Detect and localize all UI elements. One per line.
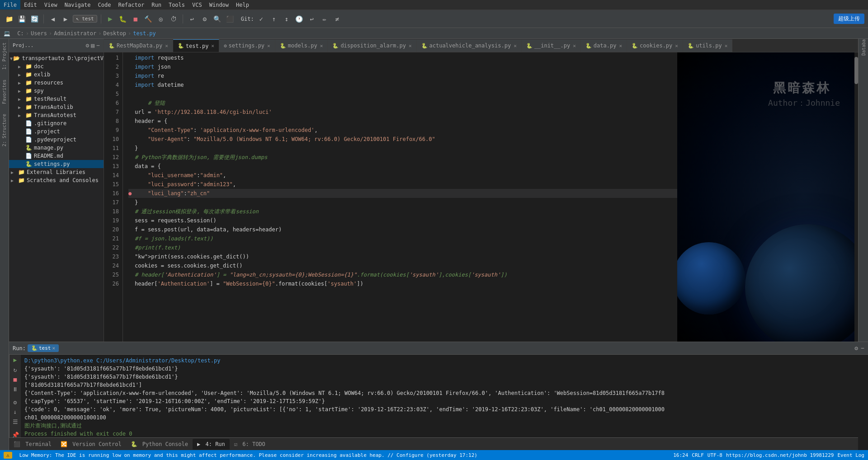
bottom-tab[interactable]: 🔀 Version Control: [56, 439, 126, 450]
project-icon[interactable]: 1: Project: [2, 42, 7, 70]
tab-close-btn[interactable]: ✕: [619, 43, 622, 49]
tree-item[interactable]: ▶📁doc: [9, 62, 104, 70]
settings-panel-icon[interactable]: ⚙: [854, 345, 858, 352]
git-push-btn[interactable]: ↑: [269, 14, 279, 24]
scrollbar-thumb[interactable]: [854, 57, 858, 84]
bottom-tab[interactable]: 🐍 Python Console: [126, 439, 193, 450]
forward-btn[interactable]: ▶: [60, 14, 71, 24]
run-filter-btn[interactable]: ☰: [11, 418, 20, 425]
editor-tab[interactable]: 🐍cookies.py✕: [627, 39, 683, 52]
git-history-btn[interactable]: 🕐: [294, 14, 305, 24]
editor-tab[interactable]: 🐍actualvehicle_analysis.py✕: [417, 39, 522, 52]
menu-view[interactable]: View: [41, 0, 61, 9]
menu-refactor[interactable]: Refactor: [114, 0, 148, 9]
editor-tab[interactable]: 🐍test.py✕: [173, 39, 219, 52]
menu-edit[interactable]: Edit: [20, 0, 41, 9]
bc-file[interactable]: test.py: [133, 30, 156, 37]
tab-close-btn[interactable]: ✕: [675, 43, 678, 49]
tab-close-btn[interactable]: ✕: [165, 43, 168, 49]
open-folder-btn[interactable]: 📁: [4, 14, 14, 24]
debug-btn[interactable]: 🐛: [118, 14, 128, 24]
menu-tools[interactable]: Tools: [165, 0, 189, 9]
profile-btn[interactable]: ⏱: [168, 14, 179, 24]
menu-run[interactable]: Run: [148, 0, 165, 9]
run-tab[interactable]: 🐍 test ✕: [28, 344, 59, 352]
editor-tab[interactable]: 🐍__init__.py✕: [522, 39, 581, 52]
tree-item[interactable]: ▶📁exlib: [9, 70, 104, 79]
bottom-tab[interactable]: ▶ 4: Run: [193, 439, 230, 450]
status-crlf[interactable]: CRLF: [692, 452, 704, 458]
editor-tab[interactable]: 🐍disposition_alarm.py✕: [328, 39, 416, 52]
scrollbar-area[interactable]: [854, 52, 858, 342]
undo-btn[interactable]: ↩: [187, 14, 198, 24]
git-diff-btn[interactable]: ≠: [332, 14, 343, 24]
tree-item[interactable]: ▶📁External Libraries: [9, 168, 104, 176]
tree-item[interactable]: ▶📁resources: [9, 79, 104, 87]
bc-desktop[interactable]: Desktop: [103, 30, 126, 37]
collapse-icon[interactable]: −: [96, 42, 100, 49]
run-btn[interactable]: ▶: [105, 14, 116, 24]
bc-admin[interactable]: Administrator: [54, 30, 96, 37]
minimize-panel-icon[interactable]: −: [861, 345, 864, 352]
layout-icon[interactable]: ▤: [91, 42, 94, 49]
bottom-tab[interactable]: ☑ 6: TODO: [230, 439, 270, 450]
tree-item[interactable]: ▼📂transportauto D:\projectV: [9, 54, 104, 62]
coverage-btn[interactable]: ◎: [156, 14, 166, 24]
menu-help[interactable]: Help: [232, 0, 253, 9]
tab-close-btn[interactable]: ✕: [211, 43, 214, 49]
editor-tab[interactable]: 🐍models.py✕: [275, 39, 328, 52]
status-link[interactable]: https://blog.csdn.net/johnb 19981229: [726, 452, 834, 458]
tree-item[interactable]: ▶📁TransAutotest: [9, 111, 104, 119]
tree-item[interactable]: 📄.pydevproject: [9, 136, 104, 144]
database-icon[interactable]: Database: [859, 41, 868, 49]
tree-item[interactable]: ▶📁testResult: [9, 95, 104, 103]
editor-tab[interactable]: 🐍RestMapData.py✕: [104, 39, 173, 52]
search-btn[interactable]: 🔍: [212, 14, 223, 24]
run-tab-close[interactable]: ✕: [52, 345, 55, 351]
settings-icon[interactable]: ⚙: [86, 42, 90, 49]
editor-tab[interactable]: 🐍utils.py✕: [683, 39, 732, 52]
tree-item[interactable]: 🐍manage.py: [9, 144, 104, 152]
stop-btn[interactable]: ■: [130, 14, 141, 24]
settings-btn[interactable]: ⚙: [199, 14, 210, 24]
menu-navigate[interactable]: Navigate: [61, 0, 94, 9]
back-btn[interactable]: ◀: [47, 14, 58, 24]
favorites-icon[interactable]: Favorites: [2, 80, 7, 104]
bc-users[interactable]: Users: [31, 30, 47, 37]
tab-close-btn[interactable]: ✕: [320, 43, 323, 49]
git-check-btn[interactable]: ✓: [256, 14, 267, 24]
tree-item[interactable]: ▶📁Scratches and Consoles: [9, 176, 104, 184]
run-stop-btn[interactable]: ■: [11, 376, 20, 383]
tab-close-btn[interactable]: ✕: [267, 43, 270, 49]
tree-item[interactable]: 📄README.md: [9, 152, 104, 160]
editor-tab[interactable]: 🐍data.py✕: [581, 39, 627, 52]
git-update-btn[interactable]: ↕: [281, 14, 292, 24]
sync-btn[interactable]: 🔄: [29, 14, 40, 24]
code-area[interactable]: import requests import json import re im…: [123, 52, 854, 342]
upload-btn[interactable]: 超级上传: [834, 14, 864, 24]
terminal-btn[interactable]: ⬛: [225, 14, 236, 24]
tree-item[interactable]: ▶📁TransAutolib: [9, 103, 104, 111]
tab-close-btn[interactable]: ✕: [514, 43, 517, 49]
status-time[interactable]: 16:24: [673, 452, 688, 458]
event-log[interactable]: Event Log: [837, 452, 864, 458]
run-settings-btn[interactable]: ⚙: [11, 399, 20, 406]
menu-file[interactable]: File: [0, 0, 20, 9]
menu-window[interactable]: Window: [206, 0, 232, 9]
tree-item[interactable]: 📄.project: [9, 127, 104, 136]
bottom-tab[interactable]: ⬛ Terminal: [9, 439, 56, 450]
save-btn[interactable]: 💾: [16, 14, 27, 24]
run-play-btn[interactable]: ▶: [11, 357, 20, 363]
tab-close-btn[interactable]: ✕: [725, 43, 728, 49]
structure-icon[interactable]: 2: Structure: [2, 114, 7, 146]
run-pause-btn[interactable]: ⏸: [11, 385, 20, 392]
tree-item[interactable]: 🐍settings.py: [9, 160, 104, 168]
menu-code[interactable]: Code: [94, 0, 115, 9]
run-restart-btn[interactable]: ↻: [11, 366, 20, 373]
editor-tab[interactable]: ⚙settings.py✕: [219, 39, 275, 52]
status-charset[interactable]: UTF-8: [708, 452, 722, 458]
tree-item[interactable]: ▶📁spy: [9, 87, 104, 95]
tree-item[interactable]: 📄.gitignore: [9, 119, 104, 127]
git-annotate-btn[interactable]: ✏: [319, 14, 330, 24]
tab-close-btn[interactable]: ✕: [409, 43, 412, 49]
